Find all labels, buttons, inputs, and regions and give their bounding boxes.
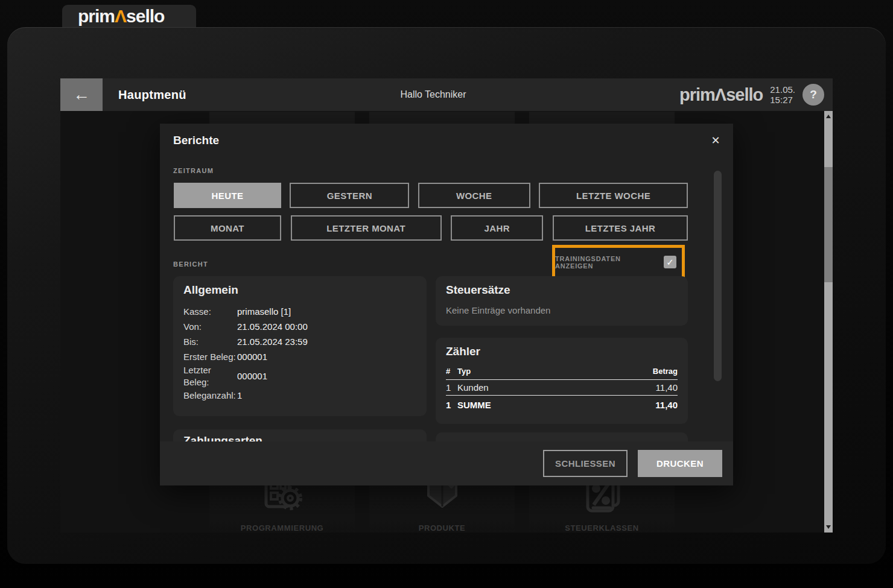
datetime-display: 21.05. 15:27 <box>770 84 795 106</box>
info-row: Beleganzahl: 1 <box>183 388 416 403</box>
header-right-group: primΛsello 21.05. 15:27 ? <box>679 84 833 106</box>
user-greeting: Hallo Techniker <box>373 89 494 100</box>
page-scrollbar-thumb[interactable] <box>824 167 833 282</box>
drucken-button[interactable]: DRUCKEN <box>638 450 722 477</box>
help-button[interactable]: ? <box>802 84 824 106</box>
cell-num: 1 <box>446 382 457 393</box>
berichte-dialog: Berichte ✕ ZEITRAUM HEUTE GESTERN WOCHE … <box>160 124 733 485</box>
trainingsdaten-checkbox[interactable]: ✓ <box>664 256 676 268</box>
dialog-scrollbar-thumb[interactable] <box>714 171 722 381</box>
cell-typ: Kunden <box>457 382 656 393</box>
back-button[interactable]: ← <box>60 78 103 111</box>
steuersaetze-panel: Steuersätze Keine Einträge vorhanden <box>436 276 688 326</box>
bericht-section-label: BERICHT <box>173 261 208 268</box>
table-total-row: 1 SUMME 11,40 <box>446 396 678 413</box>
schliessen-button[interactable]: SCHLIESSEN <box>543 450 628 477</box>
date-label: 21.05. <box>770 84 795 95</box>
dialog-title: Berichte <box>173 134 219 147</box>
zaehler-panel: Zähler # Typ Betrag 1 Kunden 11,40 <box>436 338 688 424</box>
period-button-row: MONAT LETZTER MONAT JAHR LETZTES JAHR <box>174 215 688 241</box>
info-label: Von: <box>183 321 237 333</box>
table-row: 1 Kunden 11,40 <box>446 380 678 396</box>
question-mark-icon: ? <box>810 88 817 101</box>
column-header-betrag: Betrag <box>653 367 678 376</box>
info-row: Von: 21.05.2024 00:00 <box>183 319 416 334</box>
zaehler-table: # Typ Betrag 1 Kunden 11,40 1 <box>446 364 678 413</box>
cell-num: 1 <box>446 400 457 410</box>
column-header-num: # <box>446 367 457 376</box>
period-button-heute[interactable]: HEUTE <box>174 183 281 208</box>
table-header-row: # Typ Betrag <box>446 364 678 380</box>
main-content: PROGRAMMIERUNG PRODUKTE STEUERKLASSEN <box>60 111 833 533</box>
info-label: Kasse: <box>183 306 237 318</box>
page-title: Hauptmenü <box>118 88 186 102</box>
scroll-down-arrow-icon[interactable] <box>826 525 831 529</box>
app-header: ← Hauptmenü Hallo Techniker primΛsello 2… <box>60 78 833 111</box>
brand-tab: primΛsello <box>62 5 196 27</box>
check-icon: ✓ <box>666 257 674 268</box>
info-value: primasello [1] <box>237 306 291 317</box>
info-value: 000001 <box>237 371 267 381</box>
allgemein-rows: Kasse: primasello [1] Von: 21.05.2024 00… <box>183 304 416 403</box>
period-button-monat[interactable]: MONAT <box>174 215 281 241</box>
brand-logo: primΛsello <box>78 6 164 27</box>
period-button-letzter-monat[interactable]: LETZTER MONAT <box>291 215 442 241</box>
period-button-row: HEUTE GESTERN WOCHE LETZTE WOCHE <box>174 183 688 208</box>
panel-title: Steuersätze <box>446 283 678 297</box>
allgemein-panel: Allgemein Kasse: primasello [1] Von: 21.… <box>173 276 427 416</box>
brand-logo-accent: Λ <box>115 6 126 26</box>
period-button-letzte-woche[interactable]: LETZTE WOCHE <box>539 183 688 208</box>
cell-betrag: 11,40 <box>656 382 678 393</box>
period-button-jahr[interactable]: JAHR <box>451 215 543 241</box>
trainingsdaten-highlight-box: TRAININGSDATEN ANZEIGEN ✓ <box>552 245 685 279</box>
info-row: Letzter Beleg: 000001 <box>183 364 416 388</box>
info-row: Erster Beleg: 000001 <box>183 349 416 364</box>
info-label: Beleganzahl: <box>183 390 237 402</box>
app-window: ← Hauptmenü Hallo Techniker primΛsello 2… <box>60 78 833 533</box>
column-header-typ: Typ <box>457 367 653 376</box>
info-value: 000001 <box>237 352 267 362</box>
info-value: 21.05.2024 00:00 <box>237 321 308 332</box>
info-label: Erster Beleg: <box>183 351 237 363</box>
empty-state-text: Keine Einträge vorhanden <box>446 305 678 315</box>
panel-title: Allgemein <box>183 283 416 297</box>
zeitraum-section-label: ZEITRAUM <box>173 167 214 174</box>
back-arrow-icon: ← <box>73 85 90 104</box>
period-button-letztes-jahr[interactable]: LETZTES JAHR <box>553 215 688 241</box>
trainingsdaten-label: TRAININGSDATEN ANZEIGEN <box>555 255 658 270</box>
period-button-gestern[interactable]: GESTERN <box>290 183 409 208</box>
cell-betrag: 11,40 <box>655 400 678 410</box>
scroll-up-arrow-icon[interactable] <box>826 115 831 118</box>
close-icon[interactable]: ✕ <box>708 133 723 148</box>
info-label: Bis: <box>183 336 237 348</box>
panel-title: Zähler <box>446 345 678 358</box>
page-scrollbar[interactable] <box>824 111 833 533</box>
info-value: 21.05.2024 23:59 <box>237 337 308 347</box>
info-row: Kasse: primasello [1] <box>183 304 416 319</box>
period-button-woche[interactable]: WOCHE <box>418 183 530 208</box>
info-row: Bis: 21.05.2024 23:59 <box>183 334 416 349</box>
time-label: 15:27 <box>770 95 795 105</box>
info-label: Letzter Beleg: <box>183 364 237 388</box>
dialog-footer: SCHLIESSEN DRUCKEN <box>160 441 733 485</box>
header-brand-logo: primΛsello <box>679 85 763 105</box>
cell-typ: SUMME <box>457 400 655 410</box>
info-value: 1 <box>237 390 242 400</box>
